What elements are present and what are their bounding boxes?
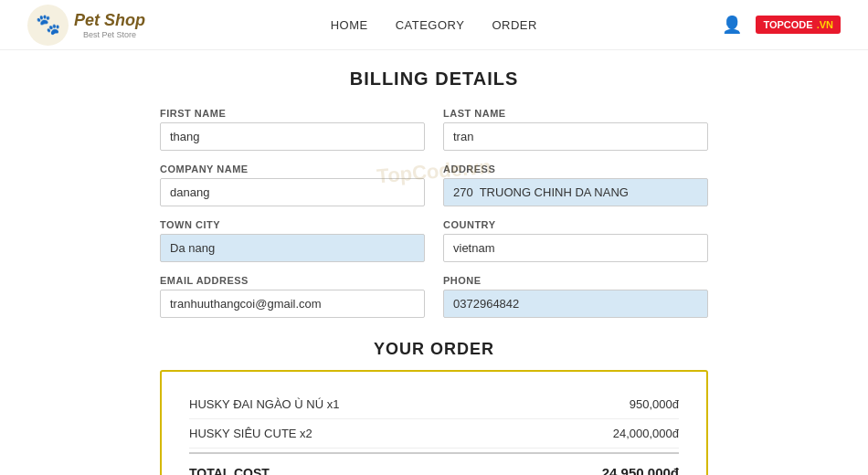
country-input[interactable]	[443, 234, 708, 262]
logo-sub: Best Pet Store	[74, 30, 145, 39]
user-icon[interactable]: 👤	[722, 15, 742, 35]
main-area: BILLING DETAILS FIRST NAME LAST NAME COM…	[151, 50, 717, 475]
order-title: YOUR ORDER	[160, 340, 708, 359]
page-content: TopCode.vn BILLING DETAILS FIRST NAME LA…	[0, 50, 868, 475]
name-row: FIRST NAME LAST NAME	[160, 108, 708, 151]
address-input[interactable]	[443, 178, 708, 206]
total-cost-label: TOTAL COST	[189, 466, 270, 476]
billing-title: BILLING DETAILS	[160, 69, 708, 90]
logo-icon: 🐾	[27, 5, 69, 46]
nav-home[interactable]: HOME	[331, 18, 368, 32]
email-phone-row: EMAIL ADDRESS PHONE	[160, 275, 708, 318]
company-name-group: COMPANY NAME	[160, 164, 425, 206]
logo: 🐾 Pet Shop Best Pet Store	[27, 5, 145, 46]
email-input[interactable]	[160, 290, 425, 318]
country-group: COUNTRY	[443, 219, 708, 262]
order-item-1-name: HUSKY ĐAI NGÀO Ù NÚ x1	[189, 397, 339, 411]
town-city-label: TOWN CITY	[160, 219, 425, 230]
phone-input[interactable]	[443, 290, 708, 318]
city-country-row: TOWN CITY COUNTRY	[160, 219, 708, 262]
address-group: ADDRESS	[443, 164, 708, 206]
order-item-2: HUSKY SIÊU CUTE x2 24,000,000đ	[189, 419, 679, 449]
nav-order[interactable]: ORDER	[492, 18, 536, 32]
header: 🐾 Pet Shop Best Pet Store HOME CATEGORY …	[0, 0, 868, 50]
phone-label: PHONE	[443, 275, 708, 286]
topcode-label: TOPCODE	[763, 19, 812, 30]
phone-group: PHONE	[443, 275, 708, 318]
order-item-2-price: 24,000,000đ	[613, 427, 679, 440]
order-item-2-name: HUSKY SIÊU CUTE x2	[189, 427, 312, 440]
logo-text: Pet Shop	[74, 11, 145, 30]
company-address-row: COMPANY NAME ADDRESS	[160, 164, 708, 206]
country-label: COUNTRY	[443, 219, 708, 230]
first-name-label: FIRST NAME	[160, 108, 425, 119]
town-city-group: TOWN CITY	[160, 219, 425, 262]
company-name-label: COMPANY NAME	[160, 164, 425, 174]
last-name-group: LAST NAME	[443, 108, 708, 151]
header-right: 👤 TOPCODE.VN	[722, 15, 841, 35]
last-name-input[interactable]	[443, 122, 708, 151]
order-total: TOTAL COST 24,950,000đ	[189, 452, 679, 475]
topcode-vn: .VN	[817, 19, 833, 30]
address-label: ADDRESS	[443, 164, 708, 174]
first-name-input[interactable]	[160, 122, 425, 151]
total-cost-value: 24,950,000đ	[602, 465, 679, 475]
email-label: EMAIL ADDRESS	[160, 275, 425, 286]
order-item-1: HUSKY ĐAI NGÀO Ù NÚ x1 950,000đ	[189, 390, 679, 419]
main-nav: HOME CATEGORY ORDER	[331, 18, 537, 32]
nav-category[interactable]: CATEGORY	[396, 18, 465, 32]
order-box: HUSKY ĐAI NGÀO Ù NÚ x1 950,000đ HUSKY SI…	[160, 370, 708, 475]
topcode-badge: TOPCODE.VN	[756, 16, 841, 34]
town-city-input[interactable]	[160, 234, 425, 262]
email-group: EMAIL ADDRESS	[160, 275, 425, 318]
company-name-input[interactable]	[160, 178, 425, 206]
last-name-label: LAST NAME	[443, 108, 708, 119]
first-name-group: FIRST NAME	[160, 108, 425, 151]
order-item-1-price: 950,000đ	[630, 397, 679, 411]
